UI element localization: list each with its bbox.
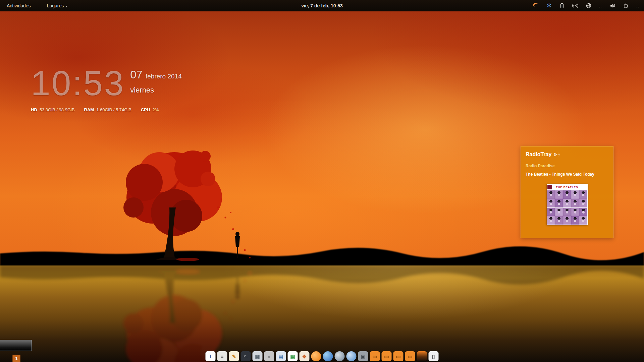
album-face	[555, 199, 563, 207]
terminal-dock-icon[interactable]: >_	[241, 351, 251, 361]
radiotray-broadcast-icon	[554, 152, 559, 157]
package-manager-glyph: ▣	[361, 354, 365, 359]
blue-flower-icon[interactable]: ✻	[547, 3, 551, 8]
system-tray: ✻ ..	[533, 3, 644, 9]
activities-button[interactable]: Actividades	[5, 3, 32, 8]
dock: f≡✎>_▦●▤▦❖▣▭▭▭▭▯	[206, 351, 439, 361]
clock-menu[interactable]: vie, 7 de feb, 10:53	[301, 3, 343, 8]
workspace-badge[interactable]: 1	[12, 355, 20, 362]
top-bar-left: Actividades Lugares▾	[0, 3, 69, 8]
tray-overflow-right[interactable]: ..	[636, 3, 639, 8]
clock-day: 07	[130, 68, 143, 81]
album-face	[563, 190, 571, 199]
folder-window-3-dock-icon[interactable]: ▭	[393, 351, 404, 361]
system-stats: HD53.3GiB / 98.9GiBRAM1.60GiB / 5.74GiBC…	[31, 107, 182, 112]
image-viewer-dock-icon[interactable]	[417, 351, 427, 361]
album-face	[579, 199, 587, 207]
album-face	[555, 190, 563, 199]
smartphone-app-glyph: ▯	[432, 354, 435, 359]
stat-value: 53.3GiB / 98.9GiB	[40, 107, 75, 112]
stat-hd: HD53.3GiB / 98.9GiB	[31, 107, 75, 112]
album-art: THE BEATLES	[547, 184, 588, 225]
orange-swoosh-icon[interactable]	[533, 3, 539, 9]
radiotray-title: RadioTray	[526, 152, 551, 158]
album-face	[571, 190, 579, 199]
mouse-tool-glyph: ●	[268, 354, 271, 359]
places-menu[interactable]: Lugares▾	[46, 3, 69, 8]
folder-window-4-glyph: ▭	[408, 354, 412, 359]
notes-glyph: ✎	[232, 354, 236, 359]
volume-icon[interactable]	[609, 3, 615, 9]
clock-time: 10:53	[31, 66, 125, 101]
power-icon[interactable]	[623, 3, 629, 9]
folder-window-1-glyph: ▭	[372, 354, 377, 359]
album-art-title: THE BEATLES	[556, 186, 578, 189]
clock-month-year: febrero 2014	[146, 73, 182, 80]
folder-window-2-dock-icon[interactable]: ▭	[382, 351, 392, 361]
smartphone-app-dock-icon[interactable]: ▯	[429, 351, 439, 361]
media-suite-glyph: ❖	[302, 354, 307, 359]
album-face	[555, 208, 563, 216]
top-bar: Actividades Lugares▾ vie, 7 de feb, 10:5…	[0, 0, 644, 11]
album-face	[547, 208, 555, 216]
peach-folder-dock-icon[interactable]	[311, 351, 321, 361]
facebook-dock-icon[interactable]: f	[206, 351, 216, 361]
text-editor-glyph: ≡	[221, 354, 224, 359]
calculator-glyph: ▦	[255, 354, 260, 359]
smartphone-icon[interactable]	[559, 3, 565, 9]
workspace-pager[interactable]	[0, 340, 32, 351]
folder-window-2-glyph: ▭	[384, 354, 389, 359]
folder-window-3-glyph: ▭	[396, 354, 400, 359]
album-face	[547, 216, 555, 225]
globe-icon[interactable]	[586, 3, 592, 9]
radiotray-track: The Beatles - Things We Said Today	[526, 172, 608, 177]
facebook-glyph: f	[210, 354, 211, 359]
tray-overflow-left[interactable]: ..	[599, 3, 602, 8]
stat-ram: RAM1.60GiB / 5.74GiB	[84, 107, 131, 112]
radiotray-station: Radio Paradise	[526, 164, 608, 168]
album-face	[571, 199, 579, 207]
stat-label: CPU	[141, 107, 150, 112]
album-face	[571, 208, 579, 216]
stat-label: HD	[31, 107, 37, 112]
chromium-dock-icon[interactable]	[346, 351, 357, 361]
notes-dock-icon[interactable]: ✎	[229, 351, 239, 361]
radiotray-widget[interactable]: RadioTray Radio Paradise The Beatles - T…	[521, 146, 613, 238]
album-face	[579, 216, 587, 225]
terminal-glyph: >_	[244, 355, 248, 358]
album-face	[563, 208, 571, 216]
album-face	[571, 216, 579, 225]
folder-window-4-dock-icon[interactable]: ▭	[405, 351, 415, 361]
media-suite-dock-icon[interactable]: ❖	[300, 351, 310, 361]
wallpaper-water	[0, 264, 644, 362]
clock-weekday: viernes	[130, 86, 181, 95]
firefox-dock-icon[interactable]	[323, 351, 333, 361]
file-manager-dock-icon[interactable]: ▤	[276, 351, 286, 361]
chevron-down-icon: ▾	[66, 4, 67, 8]
text-editor-dock-icon[interactable]: ≡	[217, 351, 227, 361]
spreadsheet-dock-icon[interactable]: ▦	[288, 351, 298, 361]
album-grid	[547, 190, 588, 225]
album-face	[555, 216, 563, 225]
places-label: Lugares	[47, 3, 64, 8]
stat-value: 2%	[152, 107, 159, 112]
album-face	[579, 190, 587, 199]
file-manager-glyph: ▤	[278, 354, 283, 359]
album-face	[547, 190, 555, 199]
calculator-dock-icon[interactable]: ▦	[253, 351, 263, 361]
spreadsheet-glyph: ▦	[290, 354, 295, 359]
stat-value: 1.60GiB / 5.74GiB	[96, 107, 131, 112]
stat-label: RAM	[84, 107, 94, 112]
web-browser-dock-icon[interactable]	[335, 351, 345, 361]
album-face	[563, 199, 571, 207]
album-face	[563, 216, 571, 225]
folder-window-1-dock-icon[interactable]: ▭	[370, 351, 380, 361]
broadcast-icon[interactable]	[572, 3, 578, 9]
stat-cpu: CPU2%	[141, 107, 159, 112]
package-manager-dock-icon[interactable]: ▣	[358, 351, 368, 361]
album-face	[579, 208, 587, 216]
album-face	[547, 199, 555, 207]
desktop-clock-widget: 10:53 07 febrero 2014 viernes HD53.3GiB …	[31, 66, 182, 112]
mouse-tool-dock-icon[interactable]: ●	[264, 351, 274, 361]
